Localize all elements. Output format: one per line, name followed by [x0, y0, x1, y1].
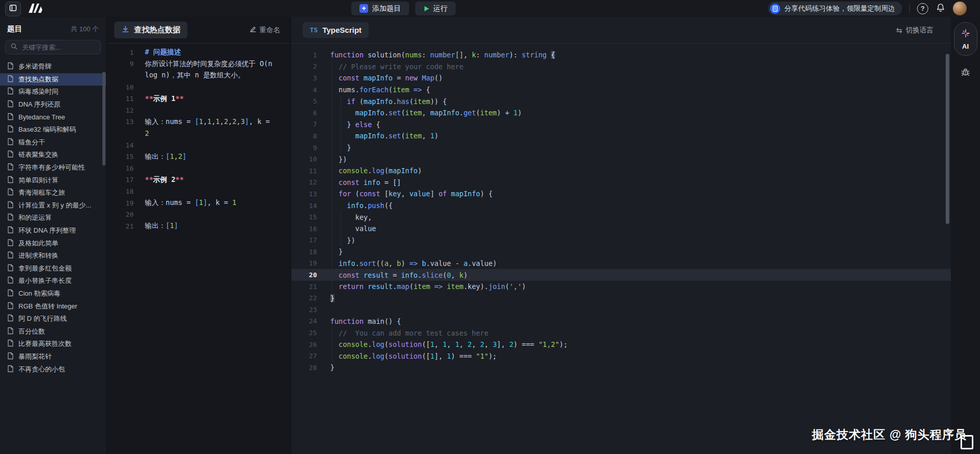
sidebar-item[interactable]: 和的逆运算	[0, 212, 106, 224]
sidebar-item[interactable]: 比赛最高获胜次数	[0, 338, 106, 350]
sidebar-item[interactable]: 多米诺骨牌	[0, 60, 106, 73]
md-row[interactable]: 9你所设计算法的时间复杂度必须优于 O(n	[107, 58, 290, 70]
sidebar-item[interactable]: 简单四则计算	[0, 174, 106, 187]
rename-button[interactable]: 重命名	[249, 26, 281, 35]
sidebar-item[interactable]: Base32 编码和解码	[0, 123, 106, 136]
sidebar-item[interactable]: DNA 序列还原	[0, 98, 106, 111]
notification-bell-icon[interactable]	[935, 3, 946, 15]
code-line[interactable]: 22}	[291, 292, 951, 304]
help-icon[interactable]: ?	[917, 3, 928, 14]
code-line[interactable]: 19 info.sort((a, b) => b.value - a.value…	[291, 258, 951, 270]
code-line-text: } else {	[330, 120, 380, 129]
code-line[interactable]: 6 mapInfo.set(item, mapInfo.get(item) + …	[291, 107, 951, 119]
sidebar-item[interactable]: 计算位置 x 到 y 的最少...	[0, 199, 106, 212]
code-line[interactable]: 24function main() {	[291, 316, 951, 327]
md-line-text: 输入：nums = [1], k = 1	[145, 198, 237, 208]
md-line-number: 18	[107, 188, 145, 195]
code-line[interactable]: 15 key,	[291, 211, 951, 223]
sidebar-item[interactable]: 字符串有多少种可能性	[0, 161, 106, 174]
code-line[interactable]: 9 }	[291, 142, 951, 154]
code-line[interactable]: 26 console.log(solution([1, 1, 1, 2, 2, …	[291, 339, 951, 350]
sidebar-item[interactable]: 青海湖租车之旅	[0, 187, 106, 199]
sidebar-item[interactable]: Cion 勒索病毒	[0, 287, 106, 300]
code-line-text: })	[330, 236, 355, 244]
code-line[interactable]: 20 const result = info.slice(0, k)	[291, 269, 951, 281]
code-line[interactable]: 11 console.log(mapInfo)	[291, 165, 951, 177]
md-row[interactable]: 19输入：nums = [1], k = 1	[107, 197, 290, 209]
code-line[interactable]: 3 const mapInfo = new Map()	[291, 72, 951, 84]
code-line[interactable]: 25 // You can add more test cases here	[291, 327, 951, 339]
code-line[interactable]: 27 console.log(solution([1], 1) === "1")…	[291, 350, 951, 362]
code-editor[interactable]: 1function solution(nums: number[], k: nu…	[291, 44, 951, 374]
code-line[interactable]: 14 info.push({	[291, 200, 951, 212]
code-line[interactable]: 4 nums.forEach(item => {	[291, 84, 951, 96]
code-line[interactable]: 8 mapInfo.set(item, 1)	[291, 130, 951, 142]
code-line[interactable]: 7 } else {	[291, 119, 951, 131]
code-line[interactable]: 23	[291, 304, 951, 316]
sidebar-item[interactable]: 阿 D 的飞行路线	[0, 313, 106, 325]
md-row[interactable]: 20	[107, 209, 290, 220]
code-line-number: 11	[291, 167, 330, 175]
code-line[interactable]: 13 for (const [key, value] of mapInfo) {	[291, 188, 951, 200]
md-row[interactable]: 17**示例 2**	[107, 174, 290, 186]
language-label: TypeScript	[323, 26, 361, 34]
md-row[interactable]: 12	[107, 105, 290, 116]
code-line[interactable]: 18 }	[291, 246, 951, 258]
debug-button[interactable]	[960, 67, 972, 80]
sidebar-item[interactable]: 暴雨梨花针	[0, 350, 106, 363]
sidebar-item[interactable]: 不再贪心的小包	[0, 363, 106, 376]
code-line[interactable]: 21 return result.map(item => item.key).j…	[291, 281, 951, 293]
md-line-text: 2	[145, 129, 149, 137]
code-line[interactable]: 10 })	[291, 153, 951, 165]
search-input[interactable]	[21, 43, 95, 52]
add-problem-button[interactable]: + 添加题目	[351, 2, 409, 15]
md-row[interactable]: 14	[107, 139, 290, 151]
md-row[interactable]: 13输入：nums = [1,1,1,2,2,3], k =	[107, 116, 290, 128]
code-line[interactable]: 16 value	[291, 223, 951, 235]
sidebar-item[interactable]: 病毒感染时间	[0, 86, 106, 98]
marscode-logo-icon[interactable]	[27, 3, 44, 16]
md-row[interactable]: 18	[107, 185, 290, 197]
sidebar-item[interactable]: 进制求和转换	[0, 250, 106, 262]
sidebar-item[interactable]: Bytedance Tree	[0, 111, 106, 123]
code-line-text: return result.map(item => item.key).join…	[330, 282, 526, 291]
switch-language-button[interactable]: ⇆ 切换语言	[896, 26, 933, 35]
md-row[interactable]: 2	[107, 128, 290, 139]
sidebar-item[interactable]: 猫鱼分干	[0, 136, 106, 149]
code-line[interactable]: 12 const info = []	[291, 177, 951, 189]
md-row[interactable]: 21输出：[1]	[107, 220, 290, 232]
md-row[interactable]: 11**示例 1**	[107, 93, 290, 105]
play-icon	[424, 6, 429, 11]
md-row[interactable]: 15输出：[1,2]	[107, 151, 290, 162]
panel-toggle-icon	[9, 4, 17, 14]
code-line[interactable]: 28}	[291, 362, 951, 374]
sidebar-item[interactable]: 最小替换子串长度	[0, 275, 106, 287]
ai-assistant-button[interactable]: AI	[954, 22, 977, 56]
md-row[interactable]: 10	[107, 81, 290, 93]
sidebar-item[interactable]: 环状 DNA 序列整理	[0, 224, 106, 237]
run-button[interactable]: 运行	[415, 2, 456, 15]
code-line[interactable]: 2 // Please write your code here	[291, 61, 951, 73]
language-tab[interactable]: TS TypeScript	[303, 22, 369, 38]
sidebar-item[interactable]: 链表聚集交换	[0, 149, 106, 161]
md-row[interactable]: 1# 问题描述	[107, 47, 290, 58]
user-avatar[interactable]	[953, 2, 967, 15]
problem-title-chip[interactable]: 查找热点数据	[114, 22, 187, 38]
sidebar-item[interactable]: 及格如此简单	[0, 237, 106, 250]
sidebar-item[interactable]: 百分位数	[0, 325, 106, 338]
markdown-editor[interactable]: 1# 问题描述9你所设计算法的时间复杂度必须优于 O(nlog n)，其中 n …	[107, 44, 290, 232]
code-line[interactable]: 1function solution(nums: number[], k: nu…	[291, 49, 951, 61]
code-line[interactable]: 17 })	[291, 235, 951, 246]
sidebar-item[interactable]: 查找热点数据	[0, 73, 106, 86]
share-banner[interactable]: 分享代码练习体验，领限量定制周边	[768, 2, 902, 15]
sidebar-item-label: 字符串有多少种可能性	[18, 163, 85, 172]
sidebar-item[interactable]: 拿到最多红包金额	[0, 262, 106, 275]
search-box[interactable]	[5, 40, 101, 54]
code-line-text: }	[330, 247, 343, 256]
md-row[interactable]: 16	[107, 162, 290, 174]
sidebar-scrollbar[interactable]	[102, 72, 105, 166]
sidebar-item[interactable]: RGB 色值转 Integer	[0, 300, 106, 313]
code-line[interactable]: 5 if (mapInfo.has(item)) {	[291, 95, 951, 107]
sidebar-toggle-button[interactable]	[5, 2, 21, 16]
md-row[interactable]: log n)，其中 n 是数组大小。	[107, 70, 290, 81]
